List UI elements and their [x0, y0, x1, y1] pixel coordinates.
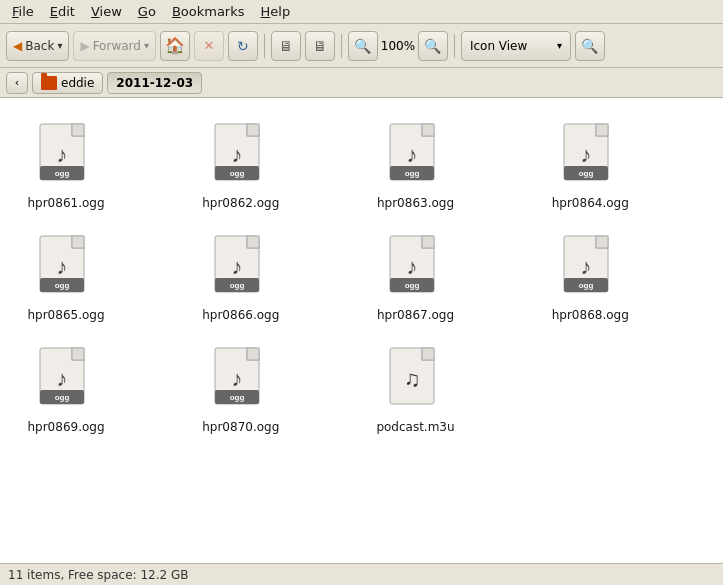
file-icon: ♪ ogg — [211, 346, 271, 416]
menu-bar: File Edit View Go Bookmarks Help — [0, 0, 723, 24]
computer-icon: 🖥 — [279, 38, 293, 54]
view-mode-label: Icon View — [470, 39, 527, 53]
home-button[interactable]: 🏠 — [160, 31, 190, 61]
file-label: hpr0865.ogg — [27, 308, 104, 322]
view-mode-chevron-icon: ▾ — [557, 40, 562, 51]
breadcrumb-back-icon: ‹ — [15, 76, 19, 89]
svg-rect-14 — [422, 124, 434, 136]
stop-icon: ✕ — [203, 38, 214, 53]
file-icon: ♪ ogg — [36, 346, 96, 416]
menu-go[interactable]: Go — [130, 2, 164, 21]
file-item[interactable]: ♪ ogg hpr0862.ogg — [191, 114, 291, 218]
file-item[interactable]: ♪ ogg hpr0864.ogg — [540, 114, 640, 218]
zoom-out-button[interactable]: 🔍 — [348, 31, 378, 61]
toolbar-separator-1 — [264, 34, 265, 58]
toolbar-separator-3 — [454, 34, 455, 58]
home-icon: 🏠 — [165, 36, 185, 55]
file-icon: ♪ ogg — [386, 122, 446, 192]
svg-text:♪: ♪ — [231, 142, 242, 167]
file-item[interactable]: ♪ ogg hpr0867.ogg — [366, 226, 466, 330]
file-icon: ♪ ogg — [386, 234, 446, 304]
forward-arrow-icon: ▶ — [80, 39, 89, 53]
file-icon: ♪ ogg — [36, 122, 96, 192]
file-item[interactable]: ♪ ogg hpr0866.ogg — [191, 226, 291, 330]
file-label: hpr0868.ogg — [552, 308, 629, 322]
folder-icon — [41, 76, 57, 90]
zoom-controls: 🔍 100% 🔍 — [348, 31, 448, 61]
search-button[interactable]: 🔍 — [575, 31, 605, 61]
file-item[interactable]: ♫ podcast.m3u — [366, 338, 466, 442]
file-label: hpr0862.ogg — [202, 196, 279, 210]
svg-text:ogg: ogg — [404, 281, 419, 290]
svg-text:ogg: ogg — [229, 393, 244, 402]
menu-view[interactable]: View — [83, 2, 130, 21]
breadcrumb-label-date: 2011-12-03 — [116, 76, 193, 90]
svg-text:ogg: ogg — [229, 281, 244, 290]
file-label: hpr0870.ogg — [202, 420, 279, 434]
file-icon: ♪ ogg — [560, 234, 620, 304]
svg-rect-2 — [72, 124, 84, 136]
svg-text:♪: ♪ — [231, 366, 242, 391]
svg-text:♫: ♫ — [403, 366, 420, 391]
svg-rect-50 — [72, 348, 84, 360]
forward-button[interactable]: ▶ Forward ▾ — [73, 31, 156, 61]
monitor-icon: 🖥 — [313, 38, 327, 54]
breadcrumb-item-eddie[interactable]: eddie — [32, 72, 103, 94]
zoom-level: 100% — [380, 39, 416, 53]
svg-text:ogg: ogg — [55, 169, 70, 178]
svg-text:♪: ♪ — [231, 254, 242, 279]
file-item[interactable]: ♪ ogg hpr0869.ogg — [16, 338, 116, 442]
svg-text:ogg: ogg — [229, 169, 244, 178]
svg-rect-20 — [596, 124, 608, 136]
svg-text:♪: ♪ — [57, 366, 68, 391]
stop-button[interactable]: ✕ — [194, 31, 224, 61]
zoom-in-icon: 🔍 — [424, 38, 441, 54]
svg-text:♪: ♪ — [57, 142, 68, 167]
view-mode-dropdown[interactable]: Icon View ▾ — [461, 31, 571, 61]
svg-text:♪: ♪ — [581, 254, 592, 279]
file-label: hpr0864.ogg — [552, 196, 629, 210]
file-icon: ♪ ogg — [211, 234, 271, 304]
svg-rect-44 — [596, 236, 608, 248]
svg-text:ogg: ogg — [55, 281, 70, 290]
svg-text:♪: ♪ — [581, 142, 592, 167]
file-label: hpr0866.ogg — [202, 308, 279, 322]
file-item[interactable]: ♪ ogg hpr0870.ogg — [191, 338, 291, 442]
file-icon: ♪ ogg — [211, 122, 271, 192]
svg-text:ogg: ogg — [579, 169, 594, 178]
breadcrumb-item-date[interactable]: 2011-12-03 — [107, 72, 202, 94]
file-label: hpr0869.ogg — [27, 420, 104, 434]
back-chevron-icon: ▾ — [57, 40, 62, 51]
svg-text:♪: ♪ — [57, 254, 68, 279]
file-label: hpr0863.ogg — [377, 196, 454, 210]
reload-icon: ↻ — [237, 38, 249, 54]
file-item[interactable]: ♪ ogg hpr0861.ogg — [16, 114, 116, 218]
file-grid: ♪ ogg hpr0861.ogg ♪ ogg hpr0862.ogg ♪ — [16, 114, 707, 442]
breadcrumb-back-button[interactable]: ‹ — [6, 72, 28, 94]
svg-rect-32 — [247, 236, 259, 248]
zoom-out-icon: 🔍 — [354, 38, 371, 54]
svg-text:♪: ♪ — [406, 254, 417, 279]
status-text: 11 items, Free space: 12.2 GB — [8, 568, 188, 582]
breadcrumb-bar: ‹ eddie 2011-12-03 — [0, 68, 723, 98]
svg-text:ogg: ogg — [55, 393, 70, 402]
file-label: hpr0861.ogg — [27, 196, 104, 210]
toolbar-separator-2 — [341, 34, 342, 58]
file-item[interactable]: ♪ ogg hpr0868.ogg — [540, 226, 640, 330]
menu-file[interactable]: File — [4, 2, 42, 21]
file-icon: ♫ — [386, 346, 446, 416]
file-item[interactable]: ♪ ogg hpr0865.ogg — [16, 226, 116, 330]
menu-help[interactable]: Help — [253, 2, 299, 21]
back-button[interactable]: ◀ Back ▾ — [6, 31, 69, 61]
forward-chevron-icon: ▾ — [144, 40, 149, 51]
file-item[interactable]: ♪ ogg hpr0863.ogg — [366, 114, 466, 218]
reload-button[interactable]: ↻ — [228, 31, 258, 61]
zoom-in-button[interactable]: 🔍 — [418, 31, 448, 61]
svg-rect-38 — [422, 236, 434, 248]
menu-edit[interactable]: Edit — [42, 2, 83, 21]
file-area: ♪ ogg hpr0861.ogg ♪ ogg hpr0862.ogg ♪ — [0, 98, 723, 563]
menu-bookmarks[interactable]: Bookmarks — [164, 2, 253, 21]
monitor-button[interactable]: 🖥 — [305, 31, 335, 61]
svg-rect-8 — [247, 124, 259, 136]
computer-button[interactable]: 🖥 — [271, 31, 301, 61]
